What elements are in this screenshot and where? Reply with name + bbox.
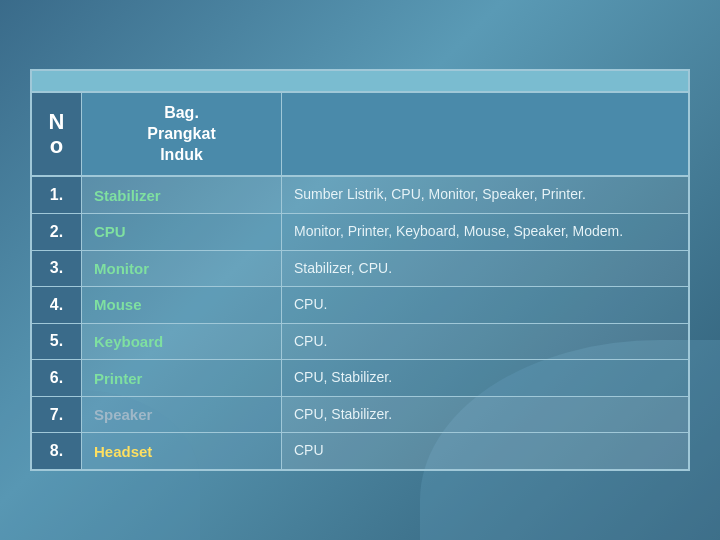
cell-no: 4. [32, 287, 82, 323]
cell-sambungan: CPU. [282, 324, 688, 360]
bag-header: Bag.PrangkatInduk [82, 93, 282, 175]
cell-bag: Printer [82, 360, 282, 396]
cell-bag: Headset [82, 433, 282, 469]
cell-no: 6. [32, 360, 82, 396]
table-row: 1. Stabilizer Sumber Listrik, CPU, Monit… [32, 177, 688, 214]
cell-no: 5. [32, 324, 82, 360]
sub-header-row: N o Bag.PrangkatInduk [32, 93, 688, 177]
cell-no: 7. [32, 397, 82, 433]
cell-no: 1. [32, 177, 82, 213]
cell-bag: Stabilizer [82, 177, 282, 213]
main-header [32, 71, 688, 93]
cell-bag: Keyboard [82, 324, 282, 360]
table-body: 1. Stabilizer Sumber Listrik, CPU, Monit… [32, 177, 688, 469]
cell-no: 8. [32, 433, 82, 469]
table-row: 5. Keyboard CPU. [32, 324, 688, 361]
cell-bag: Monitor [82, 251, 282, 287]
table-row: 7. Speaker CPU, Stabilizer. [32, 397, 688, 434]
cell-no: 3. [32, 251, 82, 287]
cell-bag: Speaker [82, 397, 282, 433]
cell-sambungan: Stabilizer, CPU. [282, 251, 688, 287]
no-header: N o [32, 93, 82, 175]
main-table: N o Bag.PrangkatInduk 1. Stabilizer Sumb… [30, 69, 690, 471]
table-row: 6. Printer CPU, Stabilizer. [32, 360, 688, 397]
cell-sambungan: CPU, Stabilizer. [282, 360, 688, 396]
cell-no: 2. [32, 214, 82, 250]
cell-sambungan: Sumber Listrik, CPU, Monitor, Speaker, P… [282, 177, 688, 213]
cell-sambungan: Monitor, Printer, Keyboard, Mouse, Speak… [282, 214, 688, 250]
table-row: 4. Mouse CPU. [32, 287, 688, 324]
background: N o Bag.PrangkatInduk 1. Stabilizer Sumb… [0, 0, 720, 540]
table-row: 3. Monitor Stabilizer, CPU. [32, 251, 688, 288]
cell-sambungan: CPU [282, 433, 688, 469]
cell-sambungan: CPU. [282, 287, 688, 323]
table-row: 8. Headset CPU [32, 433, 688, 469]
sambungan-header [282, 93, 688, 175]
cell-sambungan: CPU, Stabilizer. [282, 397, 688, 433]
cell-bag: CPU [82, 214, 282, 250]
table-row: 2. CPU Monitor, Printer, Keyboard, Mouse… [32, 214, 688, 251]
cell-bag: Mouse [82, 287, 282, 323]
